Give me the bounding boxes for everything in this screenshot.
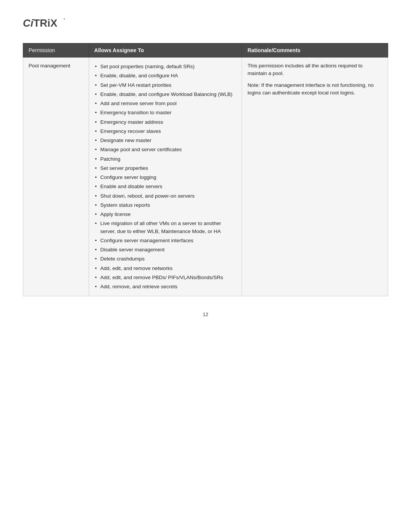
list-item: Patching xyxy=(94,155,237,164)
svg-text:CiTRiX: CiTRiX xyxy=(23,17,57,29)
list-item: Emergency master address xyxy=(94,118,237,127)
list-item: Set server properties xyxy=(94,164,237,173)
list-item: Emergency transition to master xyxy=(94,108,237,117)
list-item: Enable, disable, and configure Workload … xyxy=(94,90,237,99)
list-item: Enable, disable, and configure HA xyxy=(94,71,237,80)
list-item: Designate new master xyxy=(94,136,237,145)
list-item: Add, edit, and remove PBDs/ PIFs/VLANs/B… xyxy=(94,273,237,282)
list-item: Apply license xyxy=(94,210,237,219)
list-item: Set pool properties (naming, default SRs… xyxy=(94,62,237,71)
citrix-logo: CiTRiX xyxy=(23,15,68,30)
permission-cell: Pool management xyxy=(23,58,89,296)
list-item: Add and remove server from pool xyxy=(94,99,237,108)
header-allows: Allows Assignee To xyxy=(89,43,242,58)
list-item: Configure server logging xyxy=(94,173,237,182)
list-item: Manage pool and server certificates xyxy=(94,145,237,154)
list-item: Live migration of all other VMs on a ser… xyxy=(94,219,237,236)
header-rationale: Rationale/Comments xyxy=(242,43,388,58)
allows-cell: Set pool properties (naming, default SRs… xyxy=(89,58,242,296)
permissions-table: Permission Allows Assignee To Rationale/… xyxy=(23,43,388,296)
svg-point-1 xyxy=(64,18,65,19)
list-item: Shut down, reboot, and power-on servers xyxy=(94,192,237,201)
list-item: Enable and disable servers xyxy=(94,182,237,191)
logo-area: CiTRiX xyxy=(23,15,388,32)
list-item: Emergency recover slaves xyxy=(94,127,237,136)
list-item: Configure server management interfaces xyxy=(94,236,237,245)
rationale-cell: This permission includes all the actions… xyxy=(242,58,388,296)
list-item: Add, remove, and retrieve secrets xyxy=(94,282,237,291)
list-item: Disable server management xyxy=(94,245,237,254)
table-row: Pool managementSet pool properties (nami… xyxy=(23,58,388,296)
list-item: Set per-VM HA restart priorities xyxy=(94,81,237,90)
list-item: Delete crashdumps xyxy=(94,254,237,264)
page-number: 12 xyxy=(23,312,388,317)
list-item: System status reports xyxy=(94,201,237,210)
list-item: Add, edit, and remove networks xyxy=(94,264,237,273)
header-permission: Permission xyxy=(23,43,89,58)
